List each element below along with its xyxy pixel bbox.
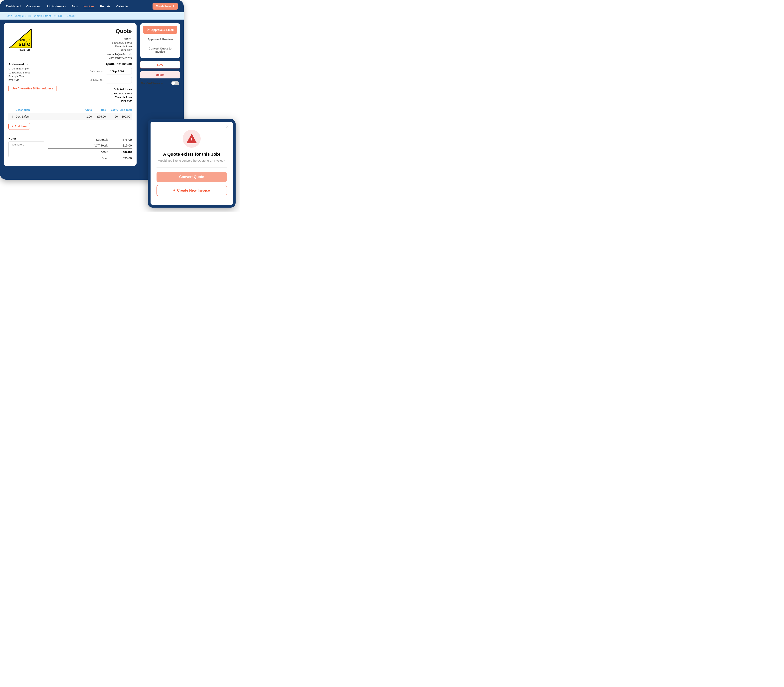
nav-jobs[interactable]: Jobs: [71, 5, 78, 8]
breadcrumb-customer[interactable]: John Example: [6, 14, 24, 18]
company-line2: Example Town: [107, 44, 132, 49]
row-price: £75.00: [92, 115, 106, 118]
delete-button[interactable]: Delete: [140, 71, 180, 79]
quote-title: Quote: [107, 28, 132, 35]
nav-calendar[interactable]: Calendar: [116, 5, 128, 8]
gas-safe-logo: GAS safe REGISTER: [8, 28, 32, 54]
addressed-postcode: EX1 1XE: [8, 79, 56, 82]
nav-reports[interactable]: Reports: [100, 5, 110, 8]
notes-title: Notes: [8, 137, 44, 140]
company-name: SWFY: [107, 37, 132, 41]
vat-total-label: VAT Total:: [95, 144, 108, 147]
approve-email-button[interactable]: Approve & Email: [143, 26, 177, 34]
modal-subtitle: Would you like to convert the Quote to a…: [156, 158, 227, 163]
total-label: Total:: [99, 150, 108, 154]
job-address-block: Job Address 10 Example Street Example To…: [76, 87, 132, 103]
row-vat: 20: [106, 115, 118, 118]
convert-quote-button[interactable]: Convert Quote: [156, 172, 227, 182]
company-line1: 1 Example Street: [107, 41, 132, 45]
vat-number: : GB123456789: [113, 57, 132, 60]
nav-dashboard[interactable]: Dashboard: [6, 5, 21, 8]
add-item-button[interactable]: + Add Item: [8, 123, 30, 130]
company-block: SWFY 1 Example Street Example Town EX1 1…: [107, 37, 132, 60]
th-price: Price: [92, 108, 106, 112]
breadcrumb-job[interactable]: Job 30: [67, 14, 76, 18]
warning-icon: !: [182, 130, 201, 148]
top-nav: Dashboard Customers Job Addresses Jobs I…: [0, 0, 184, 12]
total-value: £90.00: [116, 150, 132, 154]
company-postcode: EX1 1EX: [107, 49, 132, 53]
breadcrumb: John Example › 10 Example Street EX1 1XE…: [0, 12, 184, 20]
line-items-table: Description Units Price Vat % Line Total…: [8, 107, 132, 130]
modal-title: A Quote exists for this Job!: [156, 152, 227, 157]
nav-job-addresses[interactable]: Job Addresses: [46, 5, 66, 8]
row-units: 1.00: [80, 115, 92, 118]
addressed-line2: Example Town: [8, 74, 56, 79]
job-address-line2: Example Town: [76, 95, 132, 99]
create-new-button[interactable]: Create New +: [153, 3, 178, 10]
add-item-label: Add Item: [15, 125, 26, 128]
date-issued-input[interactable]: [106, 68, 132, 74]
plus-icon: +: [173, 4, 174, 8]
subtotal-value: £75.00: [116, 138, 132, 141]
nav-customers[interactable]: Customers: [26, 5, 41, 8]
row-total: £90.00: [118, 115, 132, 118]
svg-text:!: !: [191, 137, 192, 142]
svg-text:safe: safe: [18, 41, 30, 47]
quote-card: GAS safe REGISTER Quote SWFY 1 Example S…: [3, 23, 136, 166]
th-vat: Vat %: [106, 108, 118, 112]
close-icon[interactable]: ✕: [225, 125, 229, 130]
addressed-name: Mr John Example: [8, 67, 56, 71]
drag-handle-icon[interactable]: ⋮⋮: [8, 115, 14, 118]
th-description: Description: [8, 108, 80, 112]
table-row[interactable]: ⋮⋮ Gas Safety 1.00 £75.00 20 £90.00: [8, 113, 132, 120]
approve-preview-button[interactable]: Approve & Preview: [143, 36, 177, 43]
svg-text:REGISTER: REGISTER: [19, 49, 30, 51]
alt-billing-address-button[interactable]: Use Alternative Billing Address: [8, 85, 56, 92]
job-address-postcode: EX1 1XE: [76, 99, 132, 104]
row-description: Gas Safety: [14, 115, 80, 118]
job-address-title: Job Address: [76, 87, 132, 92]
non-vat-row: Non-VAT Invoice: [140, 81, 180, 85]
breadcrumb-address[interactable]: 10 Example Street EX1 1XE: [28, 14, 63, 18]
create-new-label: Create New: [156, 5, 171, 8]
addressed-block: Addressed to Mr John Example 10 Example …: [8, 62, 56, 82]
non-vat-toggle[interactable]: [171, 81, 179, 85]
due-label: Due:: [102, 156, 108, 160]
nav-invoices[interactable]: Invoices: [84, 5, 94, 8]
send-icon: [146, 28, 150, 32]
convert-quote-invoice-button[interactable]: Convert Quote to Invoice: [143, 45, 177, 55]
addressed-line1: 10 Example Street: [8, 71, 56, 75]
plus-icon: +: [173, 188, 176, 192]
create-new-invoice-label: Create New Invoice: [177, 188, 210, 192]
non-vat-label: Non-VAT Invoice: [141, 82, 163, 85]
plus-icon: +: [12, 125, 13, 128]
subtotal-label: Subtotal:: [96, 138, 108, 141]
totals-block: Subtotal: £75.00 VAT Total: £15.00 Total…: [48, 137, 132, 161]
due-value: £90.00: [116, 156, 132, 160]
company-email: example@swfy.co.uk: [107, 52, 132, 56]
save-button[interactable]: Save: [140, 61, 180, 69]
vat-label: VAT: [109, 57, 113, 60]
job-ref-label: Job Ref No: [90, 79, 104, 82]
notes-block: Notes: [8, 137, 44, 161]
job-address-line1: 10 Example Street: [76, 92, 132, 95]
quote-exists-modal: ✕ ! A Quote exists for this Job! Would y…: [148, 119, 235, 207]
addressed-title: Addressed to: [8, 62, 56, 66]
job-ref-input[interactable]: [106, 77, 132, 84]
notes-textarea[interactable]: [8, 141, 44, 157]
quote-status: Quote: Not Issued: [76, 62, 132, 66]
create-new-invoice-button[interactable]: + Create New Invoice: [156, 185, 227, 196]
th-line-total: Line Total: [118, 108, 132, 112]
date-issued-label: Date Issued: [90, 70, 104, 73]
th-units: Units: [80, 108, 92, 112]
approve-email-label: Approve & Email: [151, 28, 174, 31]
vat-total-value: £15.00: [116, 144, 132, 147]
